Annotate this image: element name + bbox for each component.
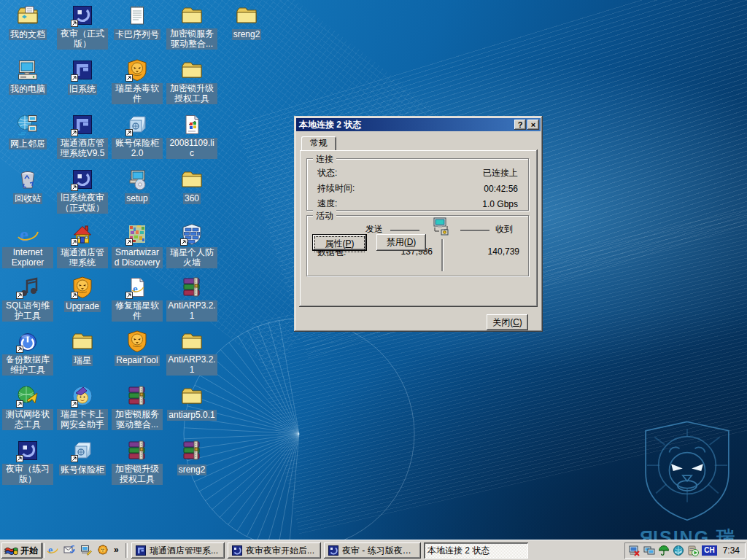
desktop-icon-label[interactable]: 360 (183, 193, 201, 204)
desktop-icon[interactable]: 加密锁升级授权工具 (165, 58, 219, 104)
desktop-icon[interactable]: 回收站 (1, 168, 55, 204)
lion-shield-icon[interactable] (71, 276, 94, 299)
desktop-icon[interactable]: 加密锁服务驱动整合... (110, 384, 164, 430)
globe-arrow-icon[interactable] (16, 384, 39, 408)
desktop-icon[interactable]: Upgrade (55, 276, 109, 312)
desktop-icon[interactable]: 我的文档 (1, 4, 55, 40)
firewall-icon[interactable] (180, 222, 204, 246)
desktop-icon-label[interactable]: 瑞星 (72, 355, 93, 366)
app-blocks-icon[interactable] (71, 58, 94, 82)
folder-icon[interactable] (235, 4, 258, 27)
desktop-icon[interactable]: AntiARP3.2.1 (165, 330, 219, 376)
desktop-icon-label[interactable]: antiarp5.0.1 (167, 410, 216, 421)
tab-general[interactable]: 常规 (301, 136, 336, 150)
desktop-icon[interactable]: 夜审（练习版） (1, 439, 55, 485)
internet-globe-tray-icon[interactable] (673, 545, 684, 556)
recycle-icon[interactable] (16, 168, 39, 191)
app-swirl-icon[interactable] (16, 439, 39, 462)
dialog-titlebar[interactable]: 本地连接 2 状态 ? × (296, 118, 541, 131)
desktop-icon-label[interactable]: 卡巴序列号 (114, 29, 160, 40)
folder-docs-icon[interactable] (16, 4, 39, 27)
desktop-icon-label[interactable]: setup (125, 193, 149, 204)
taskbar-task-button[interactable]: 瑞通酒店管理系... (131, 542, 225, 559)
disable-button[interactable]: 禁用(D) (376, 234, 426, 251)
desktop-icon[interactable]: 加密锁升级授权工具 (110, 439, 164, 485)
desktop-icon-label[interactable]: 加密锁升级授权工具 (112, 464, 163, 485)
desktop-icon-label[interactable]: 我的文档 (9, 29, 47, 40)
desktop-icon-label[interactable]: 加密锁服务驱动整合... (112, 409, 163, 430)
desktop-icon[interactable]: 瑞星 (55, 330, 109, 366)
outlook-express-icon[interactable] (63, 544, 75, 556)
desktop-icon[interactable]: 瑞通酒店管理系统V9.5 (55, 113, 109, 159)
network-error-tray-icon[interactable] (629, 545, 640, 556)
desktop-icon-label[interactable]: 瑞通酒店管理系统V9.5 (57, 138, 108, 159)
desktop-icon-label[interactable]: 备份数据库维护工具 (2, 354, 53, 376)
desktop-icon-label[interactable]: 瑞星个人防火墙 (166, 247, 217, 268)
desktop-icon[interactable]: 网上邻居 (1, 113, 55, 149)
desktop-icon-label[interactable]: 旧系统夜审（正式版） (57, 192, 108, 214)
desktop-icon[interactable]: 夜审（正式版） (55, 4, 109, 50)
folder-icon[interactable] (71, 330, 94, 353)
desktop-icon[interactable]: antiarp5.0.1 (165, 384, 219, 421)
ie-doc-icon[interactable]: e (125, 276, 149, 299)
desktop-icon-label[interactable]: Upgrade (64, 301, 101, 312)
folder-icon[interactable] (180, 330, 204, 353)
desktop-icon-label[interactable]: 旧系统 (68, 84, 97, 95)
desktop-icon-label[interactable]: 测试网络状态工具 (2, 409, 53, 430)
desktop-icon-label[interactable]: 网上邻居 (9, 139, 47, 149)
computer-icon[interactable] (16, 58, 39, 82)
desktop-icon[interactable]: 账号保险柜 2.0 (110, 113, 164, 159)
internet-explorer-icon[interactable]: e (47, 544, 58, 556)
desktop-icon-label[interactable]: 夜审（正式版） (57, 28, 108, 50)
desktop-icon[interactable]: 卡巴序列号 (110, 4, 164, 40)
winrar-icon[interactable] (125, 384, 149, 408)
desktop-icon-label[interactable]: sreng2 (177, 464, 207, 475)
clock[interactable]: 7:34 (720, 545, 740, 556)
desktop-icon[interactable]: 账号保险柜 (55, 439, 109, 475)
desktop-icon[interactable]: setup (110, 168, 164, 204)
license-icon[interactable] (180, 113, 204, 136)
desktop-icon[interactable]: 瑞星杀毒软件 (110, 58, 164, 104)
desktop-icon-label[interactable]: 我的电脑 (9, 84, 47, 95)
quick-launch-more-button[interactable]: » (114, 545, 119, 555)
desktop-icon[interactable]: 备份数据库维护工具 (1, 330, 55, 376)
notepad-icon[interactable] (125, 4, 149, 27)
ie-icon[interactable]: e (16, 222, 39, 246)
desktop-icon-label[interactable]: 瑞通酒店管理系统 (57, 247, 108, 268)
folder-icon[interactable] (180, 58, 204, 82)
desktop-icon[interactable]: AntiARP3.2.1 (165, 276, 219, 322)
folder-icon[interactable] (180, 4, 204, 27)
desktop-icon[interactable]: Smartwizard Discovery (110, 222, 164, 268)
desktop-icon-label[interactable]: 加密锁升级授权工具 (166, 83, 217, 104)
desktop-icon[interactable]: sreng2 (165, 439, 219, 475)
local-network-tray-icon[interactable] (643, 545, 655, 556)
taskbar-task-button[interactable]: 本地连接 2 状态 (424, 542, 528, 559)
language-indicator[interactable]: CH (702, 545, 716, 556)
desktop-icon-label[interactable]: 瑞星杀毒软件 (112, 83, 163, 104)
app-blocks-icon[interactable] (71, 113, 94, 136)
taskbar-task-button[interactable]: 夜审夜审开始后... (228, 542, 321, 559)
desktop-icon-label[interactable]: sreng2 (232, 29, 262, 40)
winrar-icon[interactable] (180, 276, 204, 299)
power-icon[interactable] (16, 330, 39, 353)
safe-icon[interactable] (125, 113, 149, 136)
folder-icon[interactable] (180, 384, 204, 408)
desktop-icon[interactable]: 旧系统夜审（正式版） (55, 168, 109, 214)
desktop-icon[interactable]: 加密锁服务驱动整合... (165, 4, 219, 50)
desktop-icon-label[interactable]: AntiARP3.2.1 (166, 300, 217, 322)
safe-icon[interactable] (71, 439, 94, 462)
media-service-tray-icon[interactable] (687, 545, 699, 556)
desktop-icon[interactable]: 测试网络状态工具 (1, 384, 55, 430)
properties-button[interactable]: 属性(P) (312, 234, 367, 251)
desktop-icon-label[interactable]: RepairTool (115, 355, 159, 366)
desktop-icon[interactable]: 瑞星个人防火墙 (165, 222, 219, 268)
lion-shield-icon[interactable] (125, 330, 149, 353)
desktop-icon[interactable]: sreng2 (220, 4, 274, 40)
desktop-icon-label[interactable]: 瑞星卡卡上网安全助手 (57, 409, 108, 430)
desktop-icon[interactable]: 瑞星卡卡上网安全助手 (55, 384, 109, 430)
rising-umbrella-tray-icon[interactable] (658, 545, 670, 556)
desktop-icon-label[interactable]: Internet Explorer (2, 247, 53, 268)
desktop-icon-label[interactable]: AntiARP3.2.1 (166, 354, 217, 376)
winrar-icon[interactable] (125, 439, 149, 462)
rising-lion-icon[interactable] (97, 544, 109, 556)
